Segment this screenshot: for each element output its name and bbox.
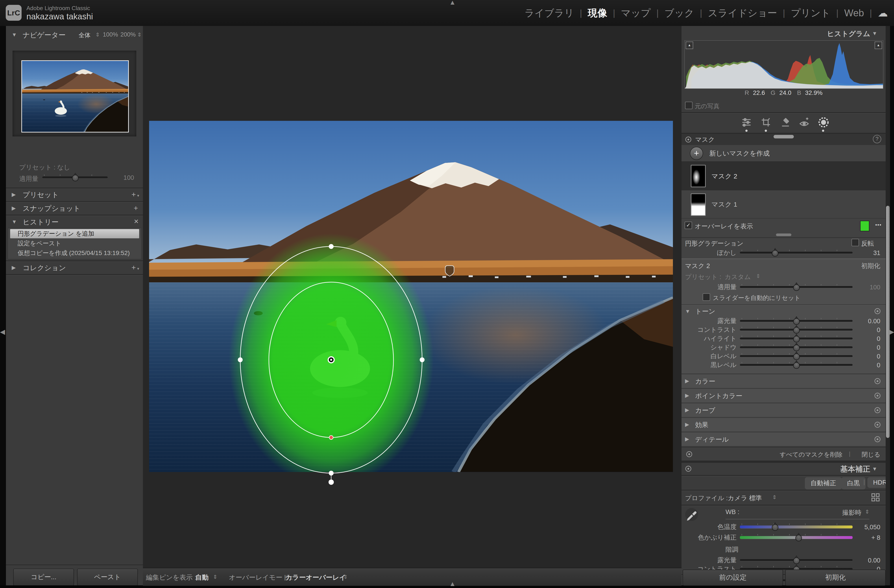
collapse-caret-icon[interactable]: ▶ <box>685 378 689 384</box>
collapse-caret-icon[interactable]: ▶ <box>685 407 689 413</box>
paste-button[interactable]: ペースト <box>77 568 138 585</box>
module-web[interactable]: Web <box>844 8 864 18</box>
blacks-thumb[interactable] <box>793 362 800 369</box>
navigator-preview-box[interactable] <box>12 51 136 136</box>
overlay-mode-spinner-icon[interactable]: ⇕ <box>343 574 348 580</box>
mask-1-thumbnail[interactable] <box>691 193 706 216</box>
mask-visibility-icon[interactable] <box>685 136 692 143</box>
show-edit-pins-spinner-icon[interactable]: ⇕ <box>213 574 217 580</box>
collapse-caret-icon[interactable]: ▶ <box>685 436 689 442</box>
collapse-caret-icon[interactable]: ▶ <box>12 264 16 271</box>
top-panel-collapse-arrow[interactable]: ▲ <box>449 0 456 6</box>
collapse-caret-icon[interactable]: ▶ <box>12 191 16 198</box>
profile-value[interactable]: カメラ 標準 <box>728 494 762 503</box>
hdr-button[interactable]: HDR <box>867 477 886 488</box>
section-visibility-icon[interactable] <box>874 406 881 414</box>
history-item[interactable]: 仮想コピーを作成 (2025/04/15 13:19:52) <box>10 249 139 258</box>
add-snapshot-icon[interactable]: + <box>134 204 138 213</box>
contrast-thumb[interactable] <box>793 327 800 333</box>
histogram-plot[interactable]: ▲ ▲ <box>684 40 883 89</box>
section-effects[interactable]: ▶ 効果 <box>681 418 886 431</box>
mask-amount-thumb[interactable] <box>793 284 800 291</box>
overlay-more-icon[interactable]: ••• <box>875 222 882 228</box>
show-edit-pins-value[interactable]: 自動 <box>195 573 208 582</box>
masking-tool-icon[interactable] <box>818 116 829 128</box>
add-preset-icon[interactable]: + <box>131 190 136 199</box>
module-slideshow[interactable]: スライドショー <box>708 7 777 20</box>
develop-photo[interactable] <box>149 121 673 472</box>
mask-reset-button[interactable]: 初期化 <box>861 262 880 270</box>
scrollbar-thumb[interactable] <box>886 206 889 438</box>
section-visibility-icon[interactable] <box>874 436 881 443</box>
exposure-slider[interactable] <box>740 320 853 322</box>
invert-checkbox[interactable] <box>852 239 859 246</box>
cloud-sync-icon[interactable]: ☁ <box>878 7 888 19</box>
healing-tool-icon[interactable] <box>780 117 791 128</box>
section-visibility-icon[interactable] <box>874 421 881 428</box>
basic-header[interactable]: 基本補正 ▼ <box>681 463 886 475</box>
mask-amount-slider[interactable] <box>740 286 853 288</box>
clear-history-icon[interactable]: ✕ <box>134 218 139 225</box>
wb-spinner-icon[interactable]: ⇕ <box>865 509 869 515</box>
tone-header[interactable]: ▼ トーン <box>681 306 886 317</box>
create-mask-plus-icon[interactable]: + <box>690 147 703 160</box>
right-panel-collapse-arrow[interactable]: ▶ <box>889 328 894 336</box>
panel-drag-handle[interactable] <box>773 135 794 139</box>
tint-slider[interactable] <box>740 536 853 539</box>
wb-eyedropper-icon[interactable] <box>685 507 699 522</box>
panel-drag-handle[interactable] <box>776 234 791 236</box>
crop-tool-icon[interactable] <box>760 117 771 128</box>
navigator-zoom-200[interactable]: 200% <box>121 31 136 38</box>
edit-tool-icon[interactable] <box>741 117 752 128</box>
module-print[interactable]: プリント <box>791 7 831 20</box>
overlay-color-swatch[interactable] <box>860 221 869 231</box>
feather-thumb[interactable] <box>772 250 778 256</box>
add-collection-icon[interactable]: + <box>131 263 136 272</box>
previous-settings-button[interactable]: 前の設定 <box>683 570 783 586</box>
history-header[interactable]: ▼ ヒストリー ✕ <box>6 216 143 228</box>
zoom-fit-spinner-icon[interactable]: ⇕ <box>95 32 100 38</box>
profile-browser-icon[interactable] <box>871 493 880 502</box>
collapse-caret-icon[interactable]: ▼ <box>12 219 17 225</box>
highlight-clipping-button[interactable]: ▲ <box>874 42 882 49</box>
auto-reset-checkbox[interactable] <box>703 293 710 301</box>
original-photo-checkbox[interactable] <box>685 102 693 109</box>
whites-slider[interactable] <box>740 355 853 357</box>
collapse-caret-icon[interactable]: ▼ <box>685 308 690 315</box>
collapse-caret-icon[interactable]: ▶ <box>685 392 689 398</box>
basic-exposure-slider[interactable] <box>740 559 853 561</box>
presets-header[interactable]: ▶ プリセット + ▾ <box>6 189 143 200</box>
mask-preset-value[interactable]: カスタム <box>725 273 751 282</box>
section-curve[interactable]: ▶ カーブ <box>681 403 886 417</box>
add-preset-caret-icon[interactable]: ▾ <box>137 193 139 198</box>
zoom-spinner-icon[interactable]: ⇕ <box>137 32 142 38</box>
module-book[interactable]: ブック <box>664 7 694 20</box>
navigator-zoom-100[interactable]: 100% <box>103 31 118 38</box>
left-panel-collapse-arrow[interactable]: ◀ <box>0 328 5 336</box>
shadows-slider[interactable] <box>740 346 853 348</box>
history-item[interactable]: 設定をペースト <box>10 239 139 248</box>
mask-item-2[interactable]: マスク 2 <box>681 161 886 190</box>
collapse-caret-icon[interactable]: ▶ <box>685 421 689 428</box>
wb-value[interactable]: 撮影時 <box>842 508 861 517</box>
create-mask-row[interactable]: + 新しいマスクを作成 <box>681 145 886 161</box>
auto-button[interactable]: 自動補正 <box>805 477 842 489</box>
navigator-preview-photo[interactable] <box>21 60 129 133</box>
tone-visibility-icon[interactable] <box>874 308 881 315</box>
temp-thumb[interactable] <box>772 524 778 531</box>
reset-button[interactable]: 初期化 <box>785 570 886 586</box>
bw-button[interactable]: 白黒 <box>841 477 865 489</box>
collapse-caret-icon[interactable]: ▼ <box>872 30 877 36</box>
section-visibility-icon[interactable] <box>874 392 881 400</box>
contrast-slider[interactable] <box>740 329 853 331</box>
snapshots-header[interactable]: ▶ スナップショット + <box>6 202 143 214</box>
collapse-caret-icon[interactable]: ▶ <box>12 205 16 211</box>
histogram-header[interactable]: ヒストグラム ▼ <box>681 28 886 39</box>
history-item[interactable]: 円形グラデーション を追加 <box>10 229 139 238</box>
highlights-slider[interactable] <box>740 338 853 339</box>
tint-thumb[interactable] <box>795 535 802 541</box>
section-visibility-icon[interactable] <box>874 377 881 385</box>
section-color[interactable]: ▶ カラー <box>681 374 886 388</box>
collapse-caret-icon[interactable]: ▼ <box>12 32 17 38</box>
mask-preset-spinner-icon[interactable]: ⇕ <box>756 273 760 279</box>
